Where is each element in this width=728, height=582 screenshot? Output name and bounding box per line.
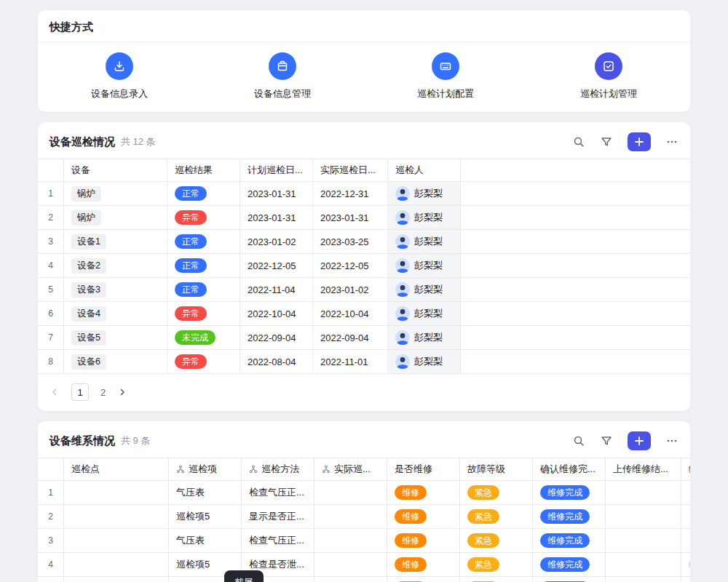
cell-confirm[interactable]: 维修完成 [533, 553, 606, 576]
shortcut-设备信息录入[interactable]: 设备信息录入 [38, 52, 201, 100]
cell-fault_level[interactable]: 紧急 [460, 529, 533, 552]
cell-inspector[interactable]: 彭梨梨 [388, 302, 461, 325]
cell-fault_level[interactable]: 紧急 [460, 481, 533, 504]
column-header-actual[interactable]: 实际巡... [314, 458, 387, 480]
add-record-button[interactable] [628, 132, 651, 151]
column-header-actual_date[interactable]: 实际巡检日... [313, 159, 388, 181]
cell-planned_date[interactable]: 2022-08-04 [240, 350, 313, 373]
column-header-worker[interactable]: 维 [681, 458, 690, 480]
cell-actual_date[interactable]: 2022-12-05 [313, 254, 388, 277]
cell-actual_date[interactable]: 2022-09-04 [313, 326, 388, 349]
cell-planned_date[interactable]: 2023-01-02 [240, 230, 313, 253]
page-button-1[interactable]: 1 [71, 383, 89, 401]
search-icon[interactable] [572, 434, 585, 447]
cell-worker[interactable] [681, 553, 690, 576]
cell-inspector[interactable]: 彭梨梨 [388, 206, 461, 229]
cell-fault_level[interactable]: 紧急 [460, 505, 533, 528]
cell-repair[interactable]: 维修 [387, 577, 460, 582]
cell-actual[interactable] [314, 553, 387, 576]
column-header-planned_date[interactable]: 计划巡检日... [240, 159, 313, 181]
cell-worker[interactable] [681, 577, 690, 582]
cell-device[interactable]: 设备3 [64, 278, 167, 301]
shortcut-巡检计划管理[interactable]: 巡检计划管理 [527, 52, 690, 100]
cell-repair[interactable]: 维修 [387, 481, 460, 504]
cell-point[interactable] [64, 505, 169, 528]
shortcut-设备信息管理[interactable]: 设备信息管理 [201, 52, 364, 100]
cell-upload[interactable] [606, 577, 681, 582]
cell-result[interactable]: 正常 [167, 278, 240, 301]
cell-fault_level[interactable]: 紧急 [460, 553, 533, 576]
column-header-result[interactable]: 巡检结果 [167, 159, 240, 181]
cell-actual_date[interactable]: 2022-12-31 [313, 182, 388, 205]
cell-confirm[interactable]: 维修完成 [533, 529, 606, 552]
cell-inspector[interactable]: 彭梨梨 [388, 350, 461, 373]
cell-upload[interactable] [606, 529, 681, 552]
column-header-inspector[interactable]: 巡检人 [388, 159, 461, 181]
cell-actual_date[interactable]: 2023-01-02 [313, 278, 388, 301]
cell-inspector[interactable]: 彭梨梨 [388, 230, 461, 253]
cell-actual_date[interactable]: 2022-11-01 [313, 350, 388, 373]
cell-worker[interactable] [681, 481, 690, 504]
shortcut-巡检计划配置[interactable]: 巡检计划配置 [364, 52, 527, 100]
page-button-2[interactable]: 2 [100, 387, 106, 398]
cell-device[interactable]: 设备5 [64, 326, 167, 349]
next-page-button[interactable] [117, 387, 127, 397]
cell-result[interactable]: 异常 [167, 302, 240, 325]
cell-planned_date[interactable]: 2022-09-04 [240, 326, 313, 349]
more-icon[interactable] [665, 434, 678, 447]
cell-item[interactable]: 气压表 [169, 481, 242, 504]
cell-planned_date[interactable]: 2022-12-05 [240, 254, 313, 277]
cell-confirm[interactable]: 维修完成 [533, 577, 606, 582]
cell-actual[interactable] [314, 529, 387, 552]
cell-point[interactable] [64, 481, 169, 504]
cell-point[interactable] [64, 529, 169, 552]
cell-actual_date[interactable]: 2023-01-31 [313, 206, 388, 229]
cell-device[interactable]: 设备6 [64, 350, 167, 373]
cell-method[interactable]: 显示是否正... [242, 505, 314, 528]
column-header-repair[interactable]: 是否维修 [387, 458, 460, 480]
cell-inspector[interactable]: 彭梨梨 [388, 278, 461, 301]
cell-inspector[interactable]: 彭梨梨 [388, 254, 461, 277]
cell-device[interactable]: 设备1 [64, 230, 167, 253]
cell-fault_level[interactable]: 紧急 [460, 577, 533, 582]
cell-confirm[interactable]: 维修完成 [533, 481, 606, 504]
cell-actual[interactable] [314, 577, 387, 582]
column-header-method[interactable]: 巡检方法 [242, 458, 314, 480]
cell-upload[interactable] [606, 481, 681, 504]
cell-repair[interactable]: 维修 [387, 553, 460, 576]
more-icon[interactable] [665, 135, 678, 148]
cell-confirm[interactable]: 维修完成 [533, 505, 606, 528]
cell-point[interactable] [64, 577, 169, 582]
cell-item[interactable]: 巡检项5 [169, 505, 242, 528]
cell-result[interactable]: 异常 [167, 350, 240, 373]
cell-result[interactable]: 未完成 [167, 326, 240, 349]
cell-device[interactable]: 锅炉 [64, 206, 167, 229]
cell-planned_date[interactable]: 2023-01-31 [240, 182, 313, 205]
cell-device[interactable]: 锅炉 [64, 182, 167, 205]
cell-device[interactable]: 设备4 [64, 302, 167, 325]
cell-result[interactable]: 正常 [167, 254, 240, 277]
cell-method[interactable]: 检查气压正... [242, 481, 314, 504]
filter-icon[interactable] [600, 434, 613, 447]
cell-planned_date[interactable]: 2022-10-04 [240, 302, 313, 325]
cell-inspector[interactable]: 彭梨梨 [388, 182, 461, 205]
column-header-confirm[interactable]: 确认维修完... [533, 458, 606, 480]
search-icon[interactable] [572, 135, 585, 148]
column-header-fault_level[interactable]: 故障等级 [460, 458, 533, 480]
column-header-upload[interactable]: 上传维修结... [606, 458, 681, 480]
cell-result[interactable]: 异常 [167, 206, 240, 229]
cell-inspector[interactable]: 彭梨梨 [388, 326, 461, 349]
column-header-device[interactable]: 设备 [64, 159, 167, 181]
cell-repair[interactable]: 维修 [387, 529, 460, 552]
cell-actual[interactable] [314, 481, 387, 504]
column-header-item[interactable]: 巡检项 [169, 458, 242, 480]
prev-page-button[interactable] [50, 387, 60, 397]
cell-worker[interactable] [681, 505, 690, 528]
cell-upload[interactable] [606, 505, 681, 528]
add-record-button[interactable] [628, 431, 651, 450]
column-header-point[interactable]: 巡检点 [64, 458, 169, 480]
cell-actual_date[interactable]: 2022-10-04 [313, 302, 388, 325]
cell-planned_date[interactable]: 2023-01-31 [240, 206, 313, 229]
cell-worker[interactable] [681, 529, 690, 552]
filter-icon[interactable] [600, 135, 613, 148]
